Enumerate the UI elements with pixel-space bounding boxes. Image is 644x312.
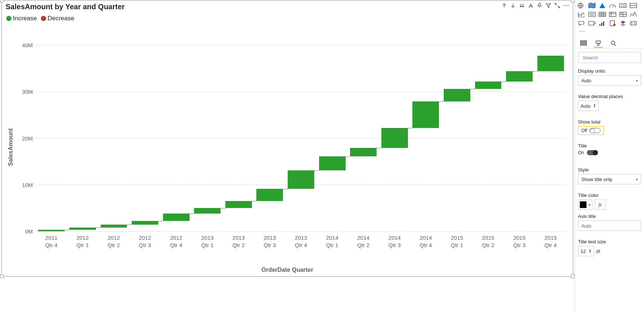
waterfall-bar[interactable] <box>132 221 158 225</box>
bar-slot <box>285 36 317 231</box>
resize-handle-se[interactable] <box>571 274 575 278</box>
title-toggle[interactable] <box>587 150 598 155</box>
display-units-select[interactable]: Auto ▾ <box>578 75 641 86</box>
bar-slot <box>472 36 504 231</box>
legend-item-increase[interactable]: Increase <box>6 15 37 22</box>
stepper-arrows-icon[interactable]: ▲▼ <box>593 104 596 108</box>
waterfall-bar[interactable] <box>319 156 346 170</box>
viz-gauge-icon[interactable] <box>607 1 618 10</box>
viz-py-visual-icon[interactable] <box>628 10 638 18</box>
format-tab[interactable] <box>593 38 603 48</box>
waterfall-bar[interactable] <box>475 82 502 89</box>
waterfall-connector <box>408 128 413 128</box>
bar-slot <box>442 36 473 231</box>
viz-qna-icon[interactable] <box>577 19 587 27</box>
hierarchy-icon[interactable] <box>527 2 534 9</box>
title-text-size-stepper[interactable]: 12 ▲▼ <box>578 246 594 256</box>
waterfall-bar[interactable] <box>163 214 190 221</box>
viz-powerapps-icon[interactable] <box>628 19 638 27</box>
axis-title-input[interactable]: Auto <box>578 221 641 231</box>
viz-key-influencers-icon[interactable] <box>597 19 607 27</box>
waterfall-bar[interactable] <box>537 56 564 71</box>
y-axis-title: SalesAmount <box>7 128 14 166</box>
title-color-label: Title color <box>578 193 641 198</box>
bar-slot <box>129 36 161 231</box>
x-tick-label: 2013Qtr 1 <box>192 234 223 249</box>
drill-up-icon[interactable] <box>501 2 508 9</box>
waterfall-bar[interactable] <box>350 148 377 156</box>
title-color-picker[interactable]: ▾ <box>578 200 592 210</box>
title-color-fx-button[interactable]: fx <box>595 200 606 210</box>
viz-r-visual-icon[interactable] <box>618 10 628 18</box>
value-decimal-stepper[interactable]: Auto ▲▼ <box>578 101 599 111</box>
resize-handle-nw[interactable] <box>0 0 4 2</box>
waterfall-bar[interactable] <box>194 208 221 214</box>
y-tick-label: 30M <box>22 89 33 95</box>
svg-rect-26 <box>581 41 586 42</box>
viz-table-icon[interactable] <box>597 10 607 18</box>
waterfall-connector <box>127 225 132 225</box>
viz-multi-card-icon[interactable] <box>628 1 638 10</box>
drill-down-icon[interactable] <box>509 2 517 9</box>
waterfall-bar[interactable] <box>381 128 408 148</box>
bar-slot <box>316 36 348 231</box>
chart-visual[interactable]: SalesAmount by Year and Quarter Increase… <box>1 0 573 277</box>
viz-globe-icon[interactable] <box>577 1 587 10</box>
visualizations-pane: 123 ··· Display units <box>575 0 644 312</box>
resize-handle-sw[interactable] <box>0 274 4 278</box>
bar-slot <box>98 36 129 231</box>
expand-down-icon[interactable] <box>518 2 526 9</box>
filter-icon[interactable] <box>545 2 552 9</box>
stepper-arrows-icon[interactable]: ▲▼ <box>589 249 592 253</box>
style-value: Show title only <box>581 177 612 182</box>
waterfall-connector <box>346 156 350 157</box>
viz-gallery-more[interactable]: ··· <box>577 28 643 35</box>
svg-rect-27 <box>581 42 586 44</box>
waterfall-connector <box>158 221 163 221</box>
x-tick-label: 2012Qtr 2 <box>98 234 129 249</box>
focus-mode-icon[interactable] <box>554 2 561 9</box>
format-search-box[interactable] <box>578 52 641 63</box>
bar-slot <box>254 36 285 231</box>
viz-matrix-icon[interactable] <box>607 10 618 18</box>
viz-slicer-icon[interactable] <box>587 10 597 18</box>
waterfall-connector <box>470 89 475 89</box>
viz-card-icon[interactable]: 123 <box>618 1 628 10</box>
waterfall-bar[interactable] <box>506 71 533 82</box>
viz-kpi-icon[interactable] <box>577 10 587 18</box>
waterfall-bar[interactable] <box>101 225 127 228</box>
waterfall-bar[interactable] <box>256 189 283 201</box>
waterfall-bar[interactable] <box>288 170 314 189</box>
legend-label-decrease: Decrease <box>48 15 75 22</box>
more-options-icon[interactable]: ··· <box>562 2 570 9</box>
bar-slot <box>67 36 98 231</box>
legend-item-decrease[interactable]: Decrease <box>41 15 75 22</box>
chevron-down-icon: ▾ <box>636 177 638 181</box>
viz-paginated-icon[interactable] <box>607 19 618 27</box>
format-search-input[interactable] <box>583 55 644 60</box>
waterfall-bar[interactable] <box>225 201 252 208</box>
viz-arcgis-icon[interactable] <box>618 19 628 27</box>
x-tick-label: 2014Qtr 4 <box>410 234 442 249</box>
resize-handle-ne[interactable] <box>571 0 575 2</box>
show-total-toggle[interactable] <box>589 128 600 133</box>
y-tick-label: 10M <box>22 181 33 188</box>
waterfall-connector <box>439 101 444 102</box>
style-select[interactable]: Show title only ▾ <box>578 174 641 184</box>
waterfall-bar[interactable] <box>69 228 96 230</box>
waterfall-connector <box>533 71 537 72</box>
fields-tab[interactable] <box>579 38 588 48</box>
x-axis-title: OrderDate Quarter <box>2 267 573 273</box>
waterfall-connector <box>221 208 225 208</box>
waterfall-bar[interactable] <box>444 89 470 101</box>
viz-azure-map-icon[interactable] <box>597 1 607 10</box>
viz-decomp-icon[interactable] <box>587 19 597 27</box>
waterfall-bar[interactable] <box>412 101 439 128</box>
analytics-tab[interactable] <box>608 38 618 48</box>
x-tick-label: 2015Qtr 1 <box>442 234 473 249</box>
waterfall-bar[interactable] <box>38 230 65 231</box>
pane-mode-tabs <box>575 37 644 49</box>
pin-icon[interactable] <box>536 2 543 9</box>
waterfall-connector <box>190 214 194 214</box>
viz-filled-map-icon[interactable] <box>587 1 597 10</box>
